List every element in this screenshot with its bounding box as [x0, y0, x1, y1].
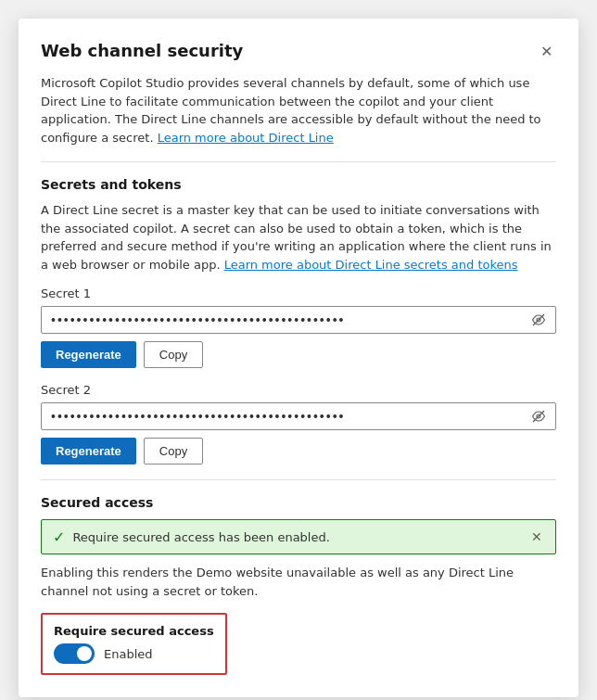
eye-icon	[531, 312, 546, 327]
secret1-toggle-visibility[interactable]	[522, 307, 555, 333]
secured-access-description: Enabling this renders the Demo website u…	[41, 564, 556, 600]
success-check-icon: ✓	[53, 528, 65, 546]
secret2-input[interactable]	[42, 403, 522, 429]
secret1-label: Secret 1	[41, 286, 556, 300]
require-secured-access-toggle[interactable]	[54, 643, 95, 664]
web-channel-security-modal: Web channel security ✕ Microsoft Copilot…	[19, 19, 578, 697]
svg-line-3	[533, 411, 544, 422]
section-divider-1	[41, 161, 556, 162]
section-divider-2	[41, 479, 556, 480]
eye-icon	[531, 409, 546, 424]
modal-title: Web channel security	[41, 41, 243, 60]
close-button[interactable]: ✕	[537, 41, 556, 63]
toggle-state-text: Enabled	[104, 647, 153, 661]
secret2-buttons: Regenerate Copy	[41, 438, 556, 465]
toggle-label: Require secured access	[54, 624, 214, 638]
secret2-toggle-visibility[interactable]	[522, 403, 555, 429]
secret2-section: Secret 2 Regenerate Copy	[41, 383, 556, 465]
toggle-row: Enabled	[54, 643, 214, 664]
secret1-input[interactable]	[42, 307, 522, 333]
intro-description: Microsoft Copilot Studio provides severa…	[41, 74, 556, 146]
secret1-section: Secret 1 Regenerate Copy	[41, 286, 556, 368]
secrets-section-title: Secrets and tokens	[41, 177, 556, 192]
toggle-track	[54, 643, 95, 664]
secret2-regenerate-button[interactable]: Regenerate	[41, 438, 136, 465]
secret1-copy-button[interactable]: Copy	[144, 341, 203, 368]
banner-close-button[interactable]: ✕	[529, 528, 544, 546]
svg-line-1	[533, 314, 544, 325]
learn-more-secrets-link[interactable]: Learn more about Direct Line secrets and…	[224, 258, 518, 272]
success-banner: ✓ Require secured access has been enable…	[41, 519, 556, 554]
toggle-thumb	[77, 646, 92, 661]
success-banner-left: ✓ Require secured access has been enable…	[53, 528, 330, 546]
modal-header: Web channel security ✕	[41, 41, 556, 63]
secret1-input-row	[41, 306, 556, 334]
learn-more-direct-line-link[interactable]: Learn more about Direct Line	[158, 131, 334, 145]
secret2-input-row	[41, 402, 556, 430]
secrets-description: A Direct Line secret is a master key tha…	[41, 201, 556, 274]
secret2-label: Secret 2	[41, 383, 556, 397]
secret2-copy-button[interactable]: Copy	[144, 438, 203, 465]
secured-access-title: Secured access	[41, 495, 556, 510]
secret1-buttons: Regenerate Copy	[41, 341, 556, 368]
toggle-section: Require secured access Enabled	[41, 613, 227, 675]
success-banner-text: Require secured access has been enabled.	[72, 530, 329, 544]
secret1-regenerate-button[interactable]: Regenerate	[41, 341, 136, 368]
